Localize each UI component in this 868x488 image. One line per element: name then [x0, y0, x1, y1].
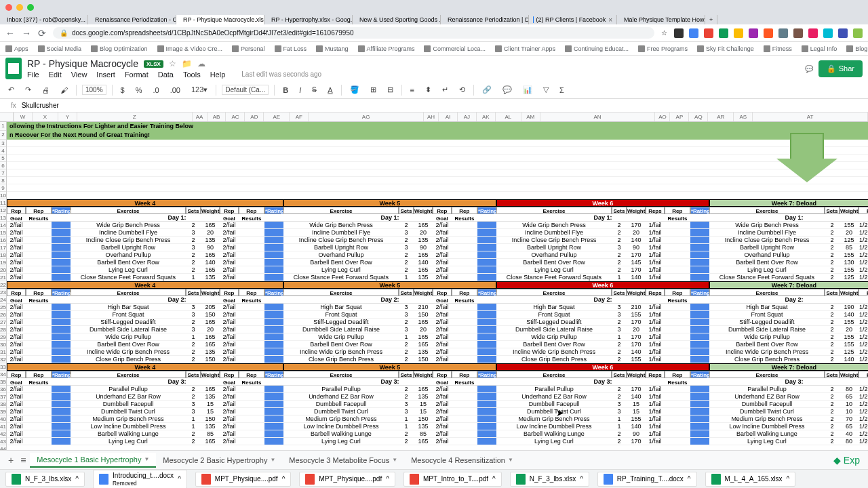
print-button[interactable]: 🖨	[39, 85, 52, 96]
cell[interactable]: 15	[627, 408, 646, 415]
cell[interactable]: 1/2 rep	[859, 348, 868, 356]
cell[interactable]	[665, 386, 690, 393]
cell[interactable]	[52, 237, 71, 244]
borders[interactable]: ⊞	[368, 84, 379, 96]
cell[interactable]: 140	[627, 423, 646, 430]
cell[interactable]: 2/fail	[220, 304, 239, 311]
filter[interactable]: ▽	[540, 84, 551, 96]
cell[interactable]: 2/fail	[7, 408, 26, 415]
row-header[interactable]: 22	[0, 281, 6, 289]
cell[interactable]: 1/2 rep	[859, 274, 868, 281]
cell[interactable]	[26, 423, 52, 430]
cell[interactable]	[690, 348, 709, 356]
cell[interactable]	[264, 222, 283, 229]
cell[interactable]	[690, 319, 709, 326]
col-header[interactable]: AJ	[458, 113, 477, 121]
cell[interactable]: Lying Leg Curl	[71, 266, 186, 274]
cell[interactable]: 20	[627, 326, 646, 333]
chevron-up-icon[interactable]: ^	[386, 475, 389, 483]
cell[interactable]	[52, 304, 71, 311]
row-header[interactable]: 33	[0, 363, 6, 371]
cell[interactable]	[52, 423, 71, 430]
bookmark[interactable]: Apps	[5, 45, 28, 52]
cell[interactable]	[26, 237, 52, 244]
cell[interactable]	[26, 408, 52, 415]
cell[interactable]: 1/2 rep	[859, 333, 868, 341]
cell[interactable]	[52, 386, 71, 393]
cell[interactable]: 2/fail	[7, 341, 26, 348]
cell[interactable]	[264, 423, 283, 430]
cell[interactable]: 165	[201, 438, 220, 445]
cell[interactable]: Lying Leg Curl	[71, 438, 186, 445]
cell[interactable]	[239, 333, 264, 341]
cell[interactable]: 2/fail	[220, 408, 239, 415]
cell[interactable]	[665, 356, 690, 363]
cell[interactable]: 135	[414, 393, 433, 401]
row-header[interactable]: 4	[0, 147, 6, 155]
cell[interactable]	[264, 333, 283, 341]
font-select[interactable]: Default (Ca...	[222, 85, 269, 95]
cell[interactable]	[264, 430, 283, 438]
cell[interactable]: 2	[186, 259, 201, 266]
cell[interactable]	[665, 304, 690, 311]
cell[interactable]	[52, 266, 71, 274]
cell[interactable]: 2	[825, 393, 840, 401]
cell[interactable]: 2	[399, 319, 414, 326]
cell[interactable]: 3	[612, 401, 627, 408]
cell[interactable]: Lying Leg Curl	[709, 266, 825, 274]
cell[interactable]	[264, 259, 283, 266]
cell[interactable]	[26, 304, 52, 311]
cell[interactable]: 2/fail	[220, 415, 239, 423]
cell[interactable]	[452, 415, 477, 423]
exercise-row[interactable]: 2/failBarbell Bent Over Row21652/failBar…	[7, 341, 868, 348]
cell[interactable]	[52, 319, 71, 326]
download-item[interactable]: RP_Training_T....docx^	[597, 472, 697, 487]
cell[interactable]: 20	[414, 326, 433, 333]
cell[interactable]: Barbell Walking Lunge	[283, 430, 399, 438]
cell[interactable]	[477, 222, 496, 229]
cell[interactable]: 2	[399, 251, 414, 259]
bookmark[interactable]: Continuing Educat...	[565, 45, 629, 52]
doc-title[interactable]: RP - Physique Macrocycle	[27, 58, 138, 69]
cell[interactable]: 1/fail	[646, 386, 665, 393]
cell[interactable]	[452, 348, 477, 356]
add-sheet[interactable]: +	[5, 452, 16, 468]
cell[interactable]: 2/fail	[7, 229, 26, 237]
cell[interactable]	[239, 393, 264, 401]
cell[interactable]: Dumbbell Side Lateral Raise	[71, 326, 186, 333]
cell[interactable]	[52, 415, 71, 423]
cell[interactable]: 135	[201, 274, 220, 281]
cell[interactable]	[452, 386, 477, 393]
cell[interactable]: 2	[825, 415, 840, 423]
cell[interactable]	[26, 274, 52, 281]
cell[interactable]	[239, 408, 264, 415]
cell[interactable]: 15	[627, 401, 646, 408]
col-header[interactable]: AO	[655, 113, 670, 121]
cell[interactable]: 165	[414, 341, 433, 348]
cell[interactable]: 150	[414, 311, 433, 319]
ext-icon[interactable]	[793, 28, 803, 38]
row-header[interactable]: 29	[0, 333, 6, 341]
cell[interactable]	[690, 438, 709, 445]
ext-icon[interactable]	[778, 28, 788, 38]
cell[interactable]: 3	[186, 401, 201, 408]
cell[interactable]: Underhand EZ Bar Row	[283, 393, 399, 401]
cell[interactable]: Wide Grip Pullup	[496, 333, 612, 341]
cell[interactable]	[477, 348, 496, 356]
comment[interactable]: 💬	[500, 84, 515, 96]
cell[interactable]: 2	[825, 251, 840, 259]
cells-area[interactable]: ollowing the Instructions For Lighter an…	[7, 122, 868, 465]
spreadsheet[interactable]: WXYZAAABACADAEAFAGAHAIAJAKALAMANAOAPAQAR…	[0, 113, 868, 465]
cell[interactable]: 1/2 rep	[859, 326, 868, 333]
cell[interactable]: Dumbbell Twist Curl	[71, 408, 186, 415]
cell[interactable]	[690, 259, 709, 266]
empty-cell[interactable]	[7, 162, 868, 169]
cell[interactable]: 2/fail	[7, 244, 26, 251]
move-icon[interactable]: 📁	[182, 59, 192, 68]
cell[interactable]: 2/fail	[433, 415, 452, 423]
cell[interactable]: Low Incline Dumbbell Press	[709, 423, 825, 430]
cell[interactable]: 2/fail	[433, 348, 452, 356]
cell[interactable]	[52, 251, 71, 259]
cell[interactable]	[239, 348, 264, 356]
cell[interactable]: Underhand EZ Bar Row	[496, 393, 612, 401]
